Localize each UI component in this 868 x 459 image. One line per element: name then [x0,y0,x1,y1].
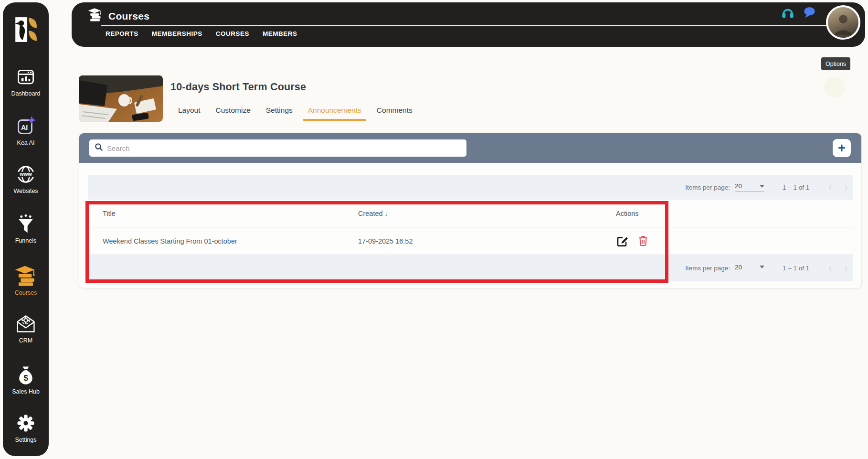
column-header-title[interactable]: Title [103,210,358,217]
sidebar-item-label: Courses [15,289,37,296]
svg-text:www: www [19,171,32,177]
sidebar-item-label: Funnels [15,237,36,244]
sort-descending-icon: ↓ [385,210,388,217]
search-input[interactable] [107,144,461,152]
page-title-group: Courses [88,8,149,24]
chat-bubble-icon[interactable] [803,6,816,20]
course-title: 10-days Short Term Course [170,81,306,93]
svg-text:AI: AI [21,124,28,131]
add-announcement-button[interactable]: + [833,139,851,157]
sidebar-item-funnels[interactable]: Funnels [3,213,49,244]
items-per-page-label: Items per page: [685,265,730,272]
gear-icon [15,412,37,434]
app-screen: Dashboard AI Kea AI www Web [0,0,868,459]
tab-settings[interactable]: Settings [266,106,293,121]
nav-reports[interactable]: REPORTS [106,30,138,37]
header-icon-group [781,6,816,20]
options-button[interactable] [824,76,845,97]
previous-page-icon[interactable]: ‹ [828,182,832,192]
header-nav: REPORTS MEMBERSHIPS COURSES MEMBERS [106,30,297,37]
items-per-page-select[interactable]: 20 [735,182,764,192]
row-actions [616,235,853,247]
announcement-created-cell: 17-09-2025 16:52 [358,237,616,245]
headset-icon[interactable] [781,6,794,20]
next-page-icon[interactable]: › [845,264,848,273]
items-per-page-select[interactable]: 20 [735,264,764,273]
courses-books-icon [88,8,102,24]
pagination-range: 1 – 1 of 1 [783,265,809,272]
table-row: Weekend Classes Starting From 01-october… [88,227,853,255]
sidebar-item-settings[interactable]: Settings [3,412,49,443]
column-header-created-label: Created [358,210,383,217]
table-header-row: Title Created↓ Actions [88,200,853,227]
sidebar-item-label: CRM [19,337,32,344]
sidebar-item-label: Dashboard [11,90,40,97]
sidebar-item-courses[interactable]: Courses [3,265,49,296]
announcement-title-cell[interactable]: Weekend Classes Starting From 01-october [103,237,358,245]
search-toolbar: + [79,133,861,163]
search-icon [95,143,103,153]
search-box [89,139,466,157]
top-header: Courses REPORTS MEMBERSHIPS COURSES MEMB… [72,2,865,47]
course-tabs: Layout Customize Settings Announcements … [178,106,413,121]
options-tooltip: Options [821,57,850,70]
sidebar-item-label: Settings [15,437,36,443]
nav-courses[interactable]: COURSES [216,30,249,37]
kea-ai-icon: AI [15,115,37,137]
items-per-page-label: Items per page: [685,184,730,191]
sidebar-item-crm[interactable]: CRM [3,313,49,344]
kea-bird-logo-icon[interactable] [12,16,40,43]
money-bag-icon: $ [15,364,37,386]
page-title: Courses [108,11,149,22]
svg-text:$: $ [23,374,28,382]
nav-memberships[interactable]: MEMBERSHIPS [152,30,202,37]
announcements-card: + Items per page: 20 1 – 1 of 1 ‹ › Titl… [79,133,862,288]
delete-button[interactable] [637,235,649,247]
caret-down-icon [760,266,764,268]
pagination-top: Items per page: 20 1 – 1 of 1 ‹ › [88,175,853,200]
dashboard-icon [15,66,37,88]
sidebar-item-label: Websites [13,188,38,194]
course-thumbnail-image [79,75,163,122]
tab-layout[interactable]: Layout [178,106,201,121]
sidebar-item-websites[interactable]: www Websites [3,163,49,194]
pagination-bottom: Items per page: 20 1 – 1 of 1 ‹ › [88,255,853,281]
pagination-range: 1 – 1 of 1 [783,184,809,191]
sidebar-item-dashboard[interactable]: Dashboard [3,66,49,97]
tab-customize[interactable]: Customize [216,106,251,121]
websites-globe-icon: www [15,163,37,185]
sidebar-item-sales-hub[interactable]: $ Sales Hub [3,364,49,395]
items-per-page-value: 20 [735,182,742,190]
column-header-actions: Actions [616,210,853,217]
tab-announcements[interactable]: Announcements [303,106,366,121]
sidebar-item-label: Sales Hub [12,388,40,395]
tab-comments[interactable]: Comments [377,106,413,121]
funnel-icon [15,213,37,235]
nav-members[interactable]: MEMBERS [263,30,297,37]
courses-books-icon [15,265,37,287]
column-header-created[interactable]: Created↓ [358,210,616,217]
crm-envelope-gear-icon [15,313,37,335]
caret-down-icon [760,185,764,188]
sidebar-item-label: Kea AI [17,139,35,146]
sidebar-item-kea-ai[interactable]: AI Kea AI [3,115,49,146]
header-divider [101,25,831,26]
edit-button[interactable] [616,235,628,247]
items-per-page-value: 20 [735,264,742,271]
previous-page-icon[interactable]: ‹ [828,264,832,273]
sidebar: Dashboard AI Kea AI www Web [3,2,49,456]
next-page-icon[interactable]: › [845,182,848,192]
user-avatar[interactable] [826,5,860,40]
